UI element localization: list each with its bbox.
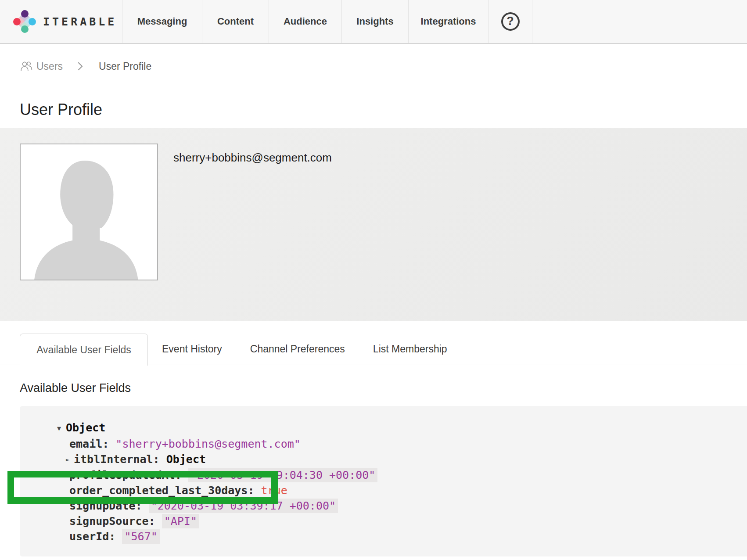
field-value: "2020-03-19 09:04:30 +00:00" xyxy=(188,468,377,482)
field-value: "2020-03-19 03:39:17 +00:00" xyxy=(149,499,338,513)
field-value: "567" xyxy=(122,529,159,544)
nav-item-content[interactable]: Content xyxy=(202,0,269,43)
help-icon: ? xyxy=(501,12,520,31)
breadcrumb-chevron-icon xyxy=(78,62,83,71)
object-root: ▼Object xyxy=(20,420,747,436)
nav-item-integrations[interactable]: Integrations xyxy=(408,0,488,43)
nav-item-messaging[interactable]: Messaging xyxy=(122,0,202,43)
tab-channel-preferences[interactable]: Channel Preferences xyxy=(236,334,359,365)
field-profileUpdatedAt: profileUpdatedAt: "2020-03-19 09:04:30 +… xyxy=(20,467,747,483)
users-icon xyxy=(20,61,33,72)
field-value: "sherry+bobbins@segment.com" xyxy=(115,438,300,450)
field-key: order_completed_last_30days: xyxy=(69,484,261,497)
field-value: "API" xyxy=(162,514,199,528)
tab-list-membership[interactable]: List Membership xyxy=(359,334,461,365)
help-button[interactable]: ? xyxy=(488,0,532,43)
user-email: sherry+bobbins@segment.com xyxy=(173,151,332,321)
page-title: User Profile xyxy=(20,101,747,119)
profile-header: sherry+bobbins@segment.com xyxy=(0,128,747,321)
avatar xyxy=(20,144,158,280)
profile-tabs: Available User Fields Event History Chan… xyxy=(0,334,747,365)
tab-event-history[interactable]: Event History xyxy=(148,334,236,365)
expand-arrow-icon[interactable]: ► xyxy=(66,452,74,467)
field-email: email: "sherry+bobbins@segment.com" xyxy=(20,436,747,452)
user-fields-tree: ▼Objectemail: "sherry+bobbins@segment.co… xyxy=(20,406,747,556)
top-nav: ITERABLE Messaging Content Audience Insi… xyxy=(0,0,747,44)
field-signupSource: signupSource: "API" xyxy=(20,513,747,529)
person-silhouette-icon xyxy=(21,144,157,280)
field-signupDate: signupDate: "2020-03-19 03:39:17 +00:00" xyxy=(20,498,747,513)
section-heading: Available User Fields xyxy=(20,381,747,395)
breadcrumb-users-link[interactable]: Users xyxy=(20,61,63,72)
field-value: Object xyxy=(66,421,105,434)
iterable-logo-icon xyxy=(13,10,36,33)
field-key: signupDate: xyxy=(69,499,149,512)
collapse-arrow-icon[interactable]: ▼ xyxy=(57,421,66,436)
field-key: profileUpdatedAt: xyxy=(69,469,188,481)
brand-logo[interactable]: ITERABLE xyxy=(0,0,122,43)
field-itblInternal: ►itblInternal: Object xyxy=(20,452,747,468)
field-key: itblInternal: xyxy=(74,453,166,466)
field-userId: userId: "567" xyxy=(20,529,747,544)
field-value: Object xyxy=(166,453,206,466)
breadcrumb-current: User Profile xyxy=(99,61,151,72)
user-fields-panel: ▼Objectemail: "sherry+bobbins@segment.co… xyxy=(0,406,747,556)
nav-item-audience[interactable]: Audience xyxy=(269,0,341,43)
brand-name: ITERABLE xyxy=(43,15,117,28)
field-key: signupSource: xyxy=(69,515,162,528)
nav-item-insights[interactable]: Insights xyxy=(341,0,408,43)
breadcrumb-users-label: Users xyxy=(36,61,63,72)
field-key: userId: xyxy=(69,530,122,543)
tab-available-user-fields[interactable]: Available User Fields xyxy=(20,334,148,366)
field-key: email: xyxy=(69,438,115,450)
field-order-completed-last-30days: order_completed_last_30days: true xyxy=(20,483,747,498)
field-value: true xyxy=(261,484,287,497)
breadcrumb: Users User Profile xyxy=(20,59,747,73)
